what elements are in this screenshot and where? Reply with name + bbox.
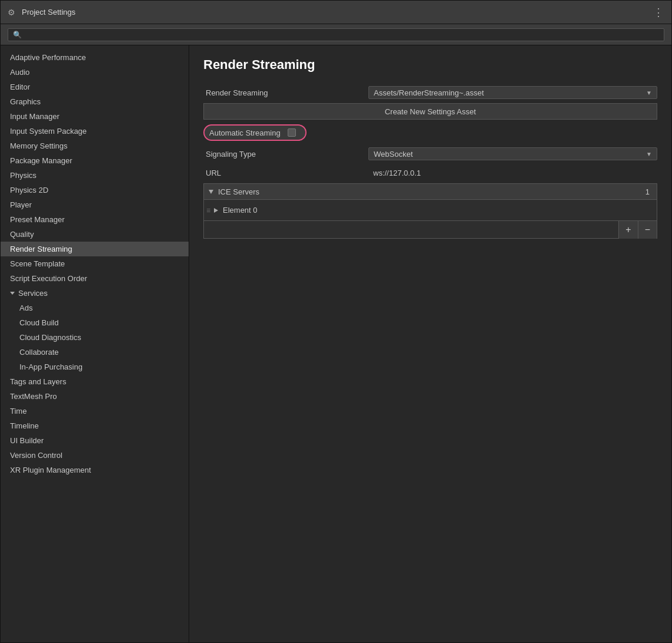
automatic-streaming-row: Automatic Streaming bbox=[203, 124, 657, 143]
services-triangle-icon bbox=[10, 292, 15, 295]
sidebar-item-xr-plugin-management[interactable]: XR Plugin Management bbox=[1, 463, 189, 477]
automatic-streaming-checkbox[interactable] bbox=[288, 128, 296, 137]
sidebar-item-timeline[interactable]: Timeline bbox=[1, 418, 189, 433]
sidebar-item-textmesh-pro[interactable]: TextMesh Pro bbox=[1, 389, 189, 404]
signaling-type-label: Signaling Type bbox=[203, 150, 368, 159]
sidebar-item-input-system-package[interactable]: Input System Package bbox=[1, 124, 189, 139]
search-icon: 🔍 bbox=[13, 31, 22, 39]
signaling-type-dropdown[interactable]: WebSocket ▼ bbox=[368, 147, 657, 160]
sidebar-item-script-execution-order[interactable]: Script Execution Order bbox=[1, 271, 189, 286]
sidebar-item-package-manager[interactable]: Package Manager bbox=[1, 153, 189, 168]
search-wrapper[interactable]: 🔍 bbox=[8, 28, 664, 41]
menu-icon[interactable]: ⋮ bbox=[653, 6, 664, 19]
automatic-streaming-label: Automatic Streaming bbox=[207, 128, 281, 137]
sidebar-item-adaptive-performance[interactable]: Adaptive Performance bbox=[1, 50, 189, 65]
element-0-label: Element 0 bbox=[223, 206, 654, 215]
render-streaming-label: Render Streaming bbox=[203, 88, 368, 97]
signaling-type-value: WebSocket ▼ bbox=[368, 147, 657, 160]
signaling-type-dropdown-value: WebSocket bbox=[374, 150, 413, 159]
sidebar-item-player[interactable]: Player bbox=[1, 197, 189, 212]
sidebar-item-quality[interactable]: Quality bbox=[1, 227, 189, 242]
element-0-triangle-icon[interactable] bbox=[214, 208, 218, 213]
sidebar-item-collaborate[interactable]: Collaborate bbox=[1, 345, 189, 360]
right-panel: Render Streaming Render Streaming Assets… bbox=[189, 45, 671, 642]
create-button-row: Create New Settings Asset bbox=[203, 103, 657, 122]
ice-servers-triangle-icon bbox=[209, 190, 213, 194]
page-title: Render Streaming bbox=[203, 57, 657, 72]
sidebar-item-graphics[interactable]: Graphics bbox=[1, 94, 189, 109]
add-remove-row: + − bbox=[203, 221, 657, 239]
ice-servers-count: 1 bbox=[645, 187, 650, 196]
sidebar-item-memory-settings[interactable]: Memory Settings bbox=[1, 139, 189, 153]
sidebar-item-physics-2d[interactable]: Physics 2D bbox=[1, 183, 189, 197]
url-value: ws://127.0.0.1 bbox=[368, 166, 657, 180]
sidebar: Adaptive Performance Audio Editor Graphi… bbox=[1, 45, 189, 642]
project-settings-window: ⚙ Project Settings ⋮ 🔍 Adaptive Performa… bbox=[0, 0, 672, 643]
sidebar-item-ui-builder[interactable]: UI Builder bbox=[1, 433, 189, 448]
sidebar-item-scene-template[interactable]: Scene Template bbox=[1, 256, 189, 271]
add-remove-buttons: + − bbox=[618, 221, 657, 238]
sidebar-item-time[interactable]: Time bbox=[1, 404, 189, 418]
url-label: URL bbox=[203, 169, 368, 177]
add-remove-spacer bbox=[204, 221, 618, 238]
sidebar-item-cloud-diagnostics[interactable]: Cloud Diagnostics bbox=[1, 330, 189, 345]
gear-icon: ⚙ bbox=[8, 8, 17, 17]
render-streaming-value: Assets/RenderStreaming~.asset ▼ bbox=[368, 86, 657, 99]
ice-servers-label: ICE Servers bbox=[218, 187, 645, 196]
sidebar-item-ads[interactable]: Ads bbox=[1, 301, 189, 315]
automatic-streaming-highlight: Automatic Streaming bbox=[203, 124, 307, 141]
create-settings-button[interactable]: Create New Settings Asset bbox=[203, 103, 657, 120]
dropdown-arrow-icon: ▼ bbox=[646, 90, 652, 96]
sidebar-services-label: Services bbox=[18, 289, 48, 298]
element-0-row: ≡ Element 0 bbox=[203, 200, 657, 221]
sidebar-item-preset-manager[interactable]: Preset Manager bbox=[1, 212, 189, 227]
sidebar-item-editor[interactable]: Editor bbox=[1, 80, 189, 94]
remove-element-button[interactable]: − bbox=[638, 221, 657, 239]
sidebar-item-input-manager[interactable]: Input Manager bbox=[1, 109, 189, 124]
search-bar: 🔍 bbox=[1, 24, 671, 45]
render-streaming-row: Render Streaming Assets/RenderStreaming~… bbox=[203, 84, 657, 101]
sidebar-item-physics[interactable]: Physics bbox=[1, 168, 189, 183]
sidebar-item-version-control[interactable]: Version Control bbox=[1, 448, 189, 463]
title-bar: ⚙ Project Settings ⋮ bbox=[1, 1, 671, 24]
sidebar-item-render-streaming[interactable]: Render Streaming bbox=[1, 242, 189, 256]
window-title: Project Settings bbox=[22, 8, 653, 17]
ice-servers-header[interactable]: ICE Servers 1 bbox=[203, 183, 657, 200]
search-input[interactable] bbox=[25, 31, 659, 39]
signaling-dropdown-arrow-icon: ▼ bbox=[646, 151, 652, 157]
url-row: URL ws://127.0.0.1 bbox=[203, 164, 657, 181]
drag-handle-icon: ≡ bbox=[206, 206, 210, 215]
add-element-button[interactable]: + bbox=[619, 221, 638, 239]
render-streaming-dropdown-value: Assets/RenderStreaming~.asset bbox=[374, 88, 484, 97]
render-streaming-dropdown[interactable]: Assets/RenderStreaming~.asset ▼ bbox=[368, 86, 657, 99]
sidebar-item-cloud-build[interactable]: Cloud Build bbox=[1, 315, 189, 330]
url-text-value: ws://127.0.0.1 bbox=[368, 166, 426, 180]
sidebar-item-tags-and-layers[interactable]: Tags and Layers bbox=[1, 374, 189, 389]
signaling-type-row: Signaling Type WebSocket ▼ bbox=[203, 146, 657, 162]
sidebar-section-services[interactable]: Services bbox=[1, 286, 189, 301]
main-content: Adaptive Performance Audio Editor Graphi… bbox=[1, 45, 671, 642]
sidebar-item-in-app-purchasing[interactable]: In-App Purchasing bbox=[1, 360, 189, 374]
sidebar-item-audio[interactable]: Audio bbox=[1, 65, 189, 80]
